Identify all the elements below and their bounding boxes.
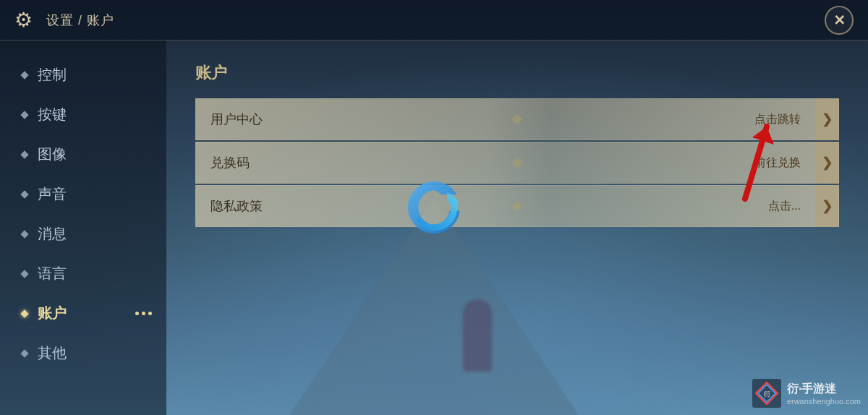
sidebar-item-sound[interactable]: 声音 [0,174,166,214]
sidebar-item-other[interactable]: 其他 [0,333,166,373]
diamond-icon [20,190,28,198]
diamond-icon [20,270,28,278]
sidebar-item-label: 其他 [38,343,67,363]
sidebar-item-image[interactable]: 图像 [0,134,166,174]
sidebar-item-label: 控制 [38,65,67,85]
sidebar-item-label: 语言 [38,264,67,283]
close-button[interactable]: ✕ [825,6,854,35]
diamond-icon [20,111,28,119]
active-indicator [135,312,152,315]
sidebar-item-label: 账户 [38,304,67,323]
redeem-code-action: 前往兑换 [754,155,808,171]
dot-3 [148,312,152,315]
watermark-brand: 衍·手游迷 [787,382,836,397]
sidebar-item-label: 图像 [38,145,67,164]
watermark-url: erwanshenghuo.com [787,397,861,406]
sidebar-item-message[interactable]: 消息 [0,214,166,254]
row-diamond [512,201,522,211]
svg-text:衍: 衍 [763,390,770,398]
section-title: 账户 [195,62,839,84]
diamond-icon [20,230,28,238]
redeem-code-right: 前往兑换 ❯ [754,142,838,184]
redeem-code-label: 兑换码 [196,154,250,171]
sidebar-item-control[interactable]: 控制 [0,55,166,95]
chevron-right-icon: ❯ [815,185,838,227]
edge-logo [401,175,467,240]
header-bar: ⚙ 设置 / 账户 ✕ [0,0,868,40]
dot-1 [135,312,139,315]
privacy-policy-label: 隐私政策 [196,197,263,215]
user-center-right: 点击跳转 ❯ [754,98,838,140]
sidebar-item-language[interactable]: 语言 [0,254,166,294]
user-center-action: 点击跳转 [754,112,808,127]
privacy-policy-row[interactable]: 隐私政策 点击... ❯ [195,185,839,227]
row-diamond [512,158,522,168]
diamond-icon [20,150,28,158]
watermark-logo: 衍 [752,379,781,408]
sidebar-item-account[interactable]: 账户 [0,294,166,333]
dot-2 [142,312,145,315]
chevron-right-icon: ❯ [815,98,838,140]
settings-list: 用户中心 点击跳转 ❯ 兑换码 前往兑换 ❯ 隐私政策 点击... ❯ [195,98,839,227]
sidebar-item-label: 消息 [38,224,67,244]
header-title: 设置 / 账户 [46,12,114,29]
user-center-label: 用户中心 [196,111,263,128]
gear-icon: ⚙ [14,9,38,32]
row-diamond [512,114,522,124]
watermark: 衍 衍·手游迷 erwanshenghuo.com [752,379,861,408]
main-content: 账户 用户中心 点击跳转 ❯ 兑换码 前往兑换 ❯ 隐私政策 点击... [166,40,868,415]
watermark-text-block: 衍·手游迷 erwanshenghuo.com [787,382,861,406]
privacy-policy-action: 点击... [768,199,808,214]
privacy-policy-right: 点击... ❯ [768,185,838,227]
chevron-right-icon: ❯ [815,142,838,184]
sidebar-item-label: 声音 [38,184,67,204]
diamond-icon [20,309,28,317]
sidebar-item-label: 按键 [38,105,67,124]
sidebar: 控制 按键 图像 声音 消息 语言 账户 其他 [0,40,166,415]
diamond-icon [20,71,28,79]
user-center-row[interactable]: 用户中心 点击跳转 ❯ [195,98,839,140]
diamond-icon [20,349,28,357]
sidebar-item-keys[interactable]: 按键 [0,95,166,134]
redeem-code-row[interactable]: 兑换码 前往兑换 ❯ [195,142,839,184]
